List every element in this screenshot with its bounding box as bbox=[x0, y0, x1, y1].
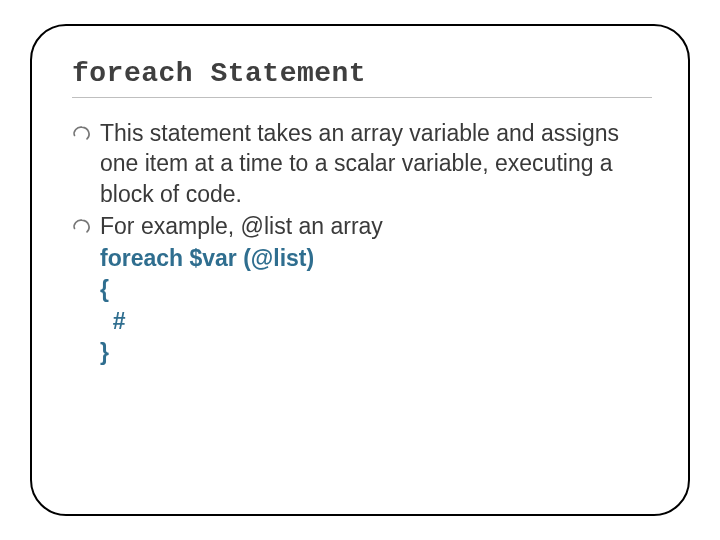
code-line: { bbox=[100, 274, 652, 305]
bullet-item: For example, @list an array bbox=[72, 211, 652, 241]
bullet-item: This statement takes an array variable a… bbox=[72, 118, 652, 209]
slide-body: This statement takes an array variable a… bbox=[72, 118, 652, 368]
bullet-text: This statement takes an array variable a… bbox=[100, 120, 619, 207]
slide-frame: foreach Statement This statement takes a… bbox=[30, 24, 690, 516]
swirl-bullet-icon bbox=[72, 217, 92, 235]
code-line: # bbox=[100, 306, 652, 337]
code-line: } bbox=[100, 337, 652, 368]
code-block: foreach $var (@list) { # } bbox=[72, 243, 652, 367]
title-underline bbox=[72, 97, 652, 98]
slide-title: foreach Statement bbox=[72, 58, 652, 89]
bullet-text: For example, @list an array bbox=[100, 213, 383, 239]
slide: foreach Statement This statement takes a… bbox=[0, 0, 720, 540]
swirl-bullet-icon bbox=[72, 124, 92, 142]
code-line: foreach $var (@list) bbox=[100, 243, 652, 274]
